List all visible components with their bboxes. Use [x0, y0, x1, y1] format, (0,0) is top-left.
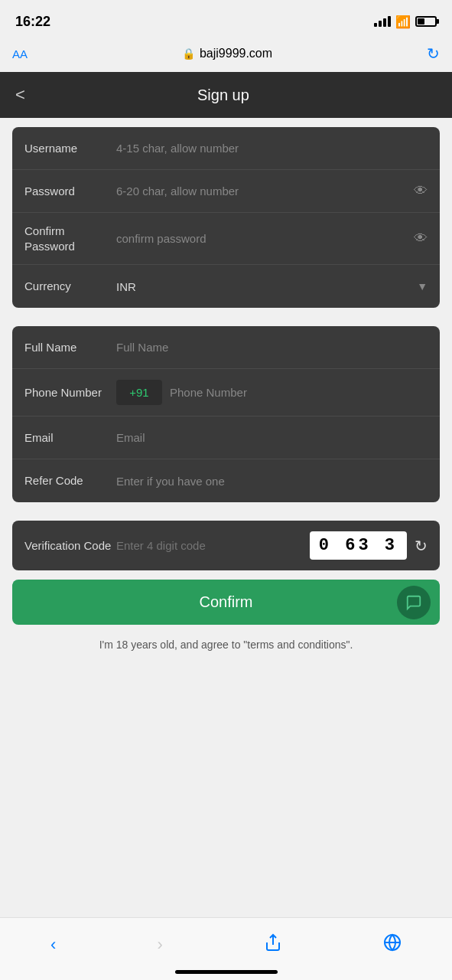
fullname-label: Full Name [24, 340, 116, 355]
confirm-toggle-icon[interactable]: 👁 [414, 230, 428, 247]
email-label: Email [24, 430, 116, 446]
refresh-captcha-button[interactable]: ↻ [415, 537, 428, 555]
email-row: Email [12, 416, 440, 459]
currency-label: Currency [24, 279, 116, 294]
captcha-area: 0 63 3 ↻ [116, 531, 428, 560]
browser-bar: AA 🔒 baji9999.com ↻ [0, 38, 452, 72]
url-text: baji9999.com [200, 47, 272, 60]
confirm-button[interactable]: Confirm [12, 580, 440, 625]
lock-icon: 🔒 [182, 47, 195, 60]
refercode-row: Refer Code [12, 459, 440, 502]
wifi-icon: 📶 [395, 15, 411, 29]
verification-row: Verification Code 0 63 3 ↻ [12, 521, 440, 570]
status-icons: 📶 [374, 15, 437, 29]
phone-label: Phone Number [24, 385, 116, 400]
browser-forward-button[interactable]: › [145, 929, 174, 961]
battery-icon [415, 16, 437, 27]
refercode-label: Refer Code [24, 473, 116, 488]
browser-bookmarks-button[interactable] [371, 927, 414, 962]
captcha-text: 0 63 3 [319, 536, 398, 555]
password-input[interactable] [116, 185, 414, 198]
browser-share-button[interactable] [252, 927, 294, 962]
email-input[interactable] [116, 431, 428, 444]
fullname-input-wrapper [116, 341, 428, 354]
phone-row: Phone Number +91 [12, 369, 440, 416]
password-label: Password [24, 184, 116, 199]
phone-code-box[interactable]: +91 [116, 380, 162, 405]
confirm-password-input[interactable] [116, 232, 414, 245]
confirm-input-wrapper: 👁 [116, 230, 428, 247]
signal-icon [374, 16, 391, 27]
refercode-input-wrapper [116, 475, 428, 488]
refresh-button[interactable]: ↻ [427, 44, 440, 63]
phone-input-wrapper: +91 [116, 380, 428, 405]
phone-input[interactable] [170, 386, 428, 399]
back-button[interactable]: < [15, 85, 41, 105]
font-size-button[interactable]: AA [12, 47, 28, 60]
confirm-password-label: Confirm Password [24, 224, 116, 253]
page-title: Sign up [41, 87, 406, 104]
confirm-password-row: Confirm Password 👁 [12, 213, 440, 265]
currency-select-wrapper: INR ▼ [116, 280, 428, 293]
username-input-wrapper [116, 142, 428, 155]
chat-support-icon[interactable] [397, 586, 431, 619]
email-input-wrapper [116, 431, 428, 444]
currency-select[interactable]: INR [116, 280, 417, 293]
verification-section: Verification Code 0 63 3 ↻ [12, 521, 440, 570]
page-header: < Sign up [0, 72, 452, 118]
personal-section: Full Name Phone Number +91 Email Refer C… [12, 326, 440, 502]
fullname-row: Full Name [12, 326, 440, 369]
home-indicator [175, 970, 278, 974]
password-row: Password 👁 [12, 170, 440, 213]
refercode-input[interactable] [116, 475, 428, 488]
browser-back-button[interactable]: ‹ [38, 929, 68, 961]
fullname-input[interactable] [116, 341, 428, 354]
verification-label: Verification Code [24, 538, 116, 554]
currency-row: Currency INR ▼ [12, 265, 440, 308]
account-section: Username Password 👁 Confirm Password 👁 C… [12, 127, 440, 308]
username-label: Username [24, 141, 116, 156]
url-bar: 🔒 baji9999.com [37, 47, 418, 60]
verification-input[interactable] [116, 539, 302, 552]
captcha-image: 0 63 3 [310, 531, 407, 560]
username-row: Username [12, 127, 440, 170]
status-bar: 16:22 📶 [0, 0, 452, 38]
password-input-wrapper: 👁 [116, 183, 428, 199]
currency-dropdown-icon: ▼ [417, 280, 428, 292]
confirm-section: Confirm [12, 580, 440, 625]
terms-text: I'm 18 years old, and agree to "terms an… [0, 631, 452, 663]
status-time: 16:22 [15, 14, 50, 30]
username-input[interactable] [116, 142, 428, 155]
password-toggle-icon[interactable]: 👁 [414, 183, 428, 199]
